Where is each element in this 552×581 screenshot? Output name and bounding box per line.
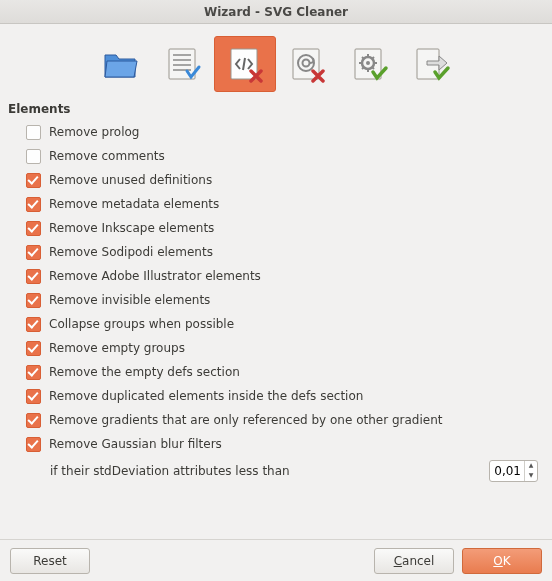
- checkbox[interactable]: [26, 317, 41, 332]
- option-row: Remove Gaussian blur filters: [26, 432, 526, 456]
- window-title: Wizard - SVG Cleaner: [204, 5, 348, 19]
- option-row: Remove Inkscape elements: [26, 216, 526, 240]
- option-row: Remove prolog: [26, 120, 526, 144]
- option-row: Remove empty groups: [26, 336, 526, 360]
- option-row: Remove Sodipodi elements: [26, 240, 526, 264]
- checkbox[interactable]: [26, 269, 41, 284]
- svg-line-19: [372, 57, 374, 59]
- option-label: Remove metadata elements: [49, 197, 219, 211]
- tab-output[interactable]: [400, 36, 462, 92]
- option-label: Collapse groups when possible: [49, 317, 234, 331]
- svg-point-12: [366, 61, 370, 65]
- option-label: Remove duplicated elements inside the de…: [49, 389, 363, 403]
- checkbox[interactable]: [26, 341, 41, 356]
- checkbox[interactable]: [26, 197, 41, 212]
- tab-attributes[interactable]: [276, 36, 338, 92]
- window-titlebar: Wizard - SVG Cleaner: [0, 0, 552, 24]
- gaussian-threshold-input[interactable]: [490, 462, 524, 480]
- checkbox[interactable]: [26, 437, 41, 452]
- spinner-buttons: ▲ ▼: [524, 461, 537, 481]
- checkbox[interactable]: [26, 149, 41, 164]
- checklist-icon: [163, 45, 203, 83]
- option-row: Remove metadata elements: [26, 192, 526, 216]
- cancel-button[interactable]: Cancel: [374, 548, 454, 574]
- option-label: Remove gradients that are only reference…: [49, 413, 442, 427]
- content-area: Elements Remove prologRemove commentsRem…: [0, 24, 552, 490]
- option-label: Remove unused definitions: [49, 173, 212, 187]
- checkbox[interactable]: [26, 389, 41, 404]
- spinner-up[interactable]: ▲: [525, 461, 537, 471]
- option-label: Remove Gaussian blur filters: [49, 437, 222, 451]
- option-row: Remove the empty defs section: [26, 360, 526, 384]
- checkbox[interactable]: [26, 413, 41, 428]
- checkbox[interactable]: [26, 173, 41, 188]
- gaussian-threshold-spinner[interactable]: ▲ ▼: [489, 460, 538, 482]
- options-list: Remove prologRemove commentsRemove unuse…: [12, 118, 540, 456]
- option-row: Remove invisible elements: [26, 288, 526, 312]
- option-row: Remove comments: [26, 144, 526, 168]
- option-row: Remove unused definitions: [26, 168, 526, 192]
- gear-icon: [349, 45, 389, 83]
- checkbox[interactable]: [26, 221, 41, 236]
- option-label: Remove prolog: [49, 125, 139, 139]
- checkbox[interactable]: [26, 125, 41, 140]
- at-icon: [287, 45, 327, 83]
- spinner-down[interactable]: ▼: [525, 471, 537, 481]
- checkbox[interactable]: [26, 293, 41, 308]
- tab-elements[interactable]: [214, 36, 276, 92]
- option-label: Remove empty groups: [49, 341, 185, 355]
- checkbox[interactable]: [26, 365, 41, 380]
- option-row: Collapse groups when possible: [26, 312, 526, 336]
- option-label: Remove Sodipodi elements: [49, 245, 213, 259]
- option-label: Remove comments: [49, 149, 165, 163]
- code-icon: [225, 45, 265, 83]
- checkbox[interactable]: [26, 245, 41, 260]
- svg-line-17: [362, 57, 364, 59]
- ok-button[interactable]: OK: [462, 548, 542, 574]
- tab-files[interactable]: [90, 36, 152, 92]
- svg-line-20: [362, 67, 364, 69]
- tab-optimize[interactable]: [338, 36, 400, 92]
- folder-icon: [101, 45, 141, 83]
- svg-line-18: [372, 67, 374, 69]
- option-label: Remove the empty defs section: [49, 365, 240, 379]
- gaussian-threshold-label: if their stdDeviation attributes less th…: [50, 464, 489, 478]
- reset-button[interactable]: Reset: [10, 548, 90, 574]
- footer: Reset Cancel OK: [0, 539, 552, 581]
- option-row: Remove duplicated elements inside the de…: [26, 384, 526, 408]
- option-label: Remove invisible elements: [49, 293, 210, 307]
- wizard-toolbar: [12, 32, 540, 100]
- option-row: Remove gradients that are only reference…: [26, 408, 526, 432]
- option-label: Remove Adobe Illustrator elements: [49, 269, 261, 283]
- section-title: Elements: [8, 100, 540, 118]
- gaussian-threshold-row: if their stdDeviation attributes less th…: [12, 456, 538, 490]
- tab-presets[interactable]: [152, 36, 214, 92]
- option-row: Remove Adobe Illustrator elements: [26, 264, 526, 288]
- export-icon: [411, 45, 451, 83]
- option-label: Remove Inkscape elements: [49, 221, 214, 235]
